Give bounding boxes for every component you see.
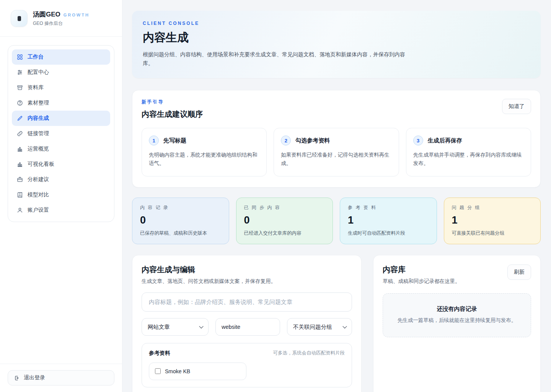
sidebar-item-label: 模型对比 xyxy=(28,191,49,198)
library-title: 内容库 xyxy=(383,265,460,275)
sidebar-item-visual-dashboard[interactable]: 可视化看板 xyxy=(12,157,110,172)
content-type-select[interactable]: 网站文章 xyxy=(142,318,209,336)
user-icon xyxy=(16,207,23,214)
sidebar-item-config-center[interactable]: 配置中心 xyxy=(12,65,110,80)
guide-dismiss-button[interactable]: 知道了 xyxy=(502,99,531,114)
stat-value: 0 xyxy=(244,214,325,226)
step-title: 勾选参考资料 xyxy=(295,137,330,144)
briefcase-icon xyxy=(16,176,23,183)
stat-card-question-groups: 问 题 分 组 1 可直接关联已有问题分组 xyxy=(444,198,541,244)
brand-name: 汤圆GEO xyxy=(33,10,60,19)
step-description: 如果资料库已经准备好，记得勾选相关资料再生成。 xyxy=(281,151,391,168)
onboarding-guide: 新手引导 内容生成建议顺序 知道了 1 先写标题 先明确内容主题，系统才能更准确… xyxy=(132,90,541,188)
question-group-select[interactable]: 不关联问题分组 xyxy=(287,318,352,336)
logout-button[interactable]: 退出登录 xyxy=(8,370,114,385)
stat-description: 生成时可自动匹配资料片段 xyxy=(348,230,429,237)
stat-card-content-records: 内 容 记 录 0 已保存的草稿、成稿和历史版本 xyxy=(132,198,229,244)
guide-step-1: 1 先写标题 先明确内容主题，系统才能更准确地组织结构和语气。 xyxy=(142,128,267,176)
sidebar-item-label: 运营概览 xyxy=(28,145,49,152)
guide-eyebrow: 新手引导 xyxy=(142,99,203,105)
sidebar-item-workbench[interactable]: 工作台 xyxy=(12,49,110,65)
page-title: 内容生成 xyxy=(143,30,530,46)
pencil-icon xyxy=(16,115,23,122)
link-icon xyxy=(16,131,23,137)
generator-subtitle: 生成文章、落地页、问答文档或新媒体文案，并保存复用。 xyxy=(142,278,352,285)
generator-title: 内容生成与编辑 xyxy=(142,265,352,275)
guide-title: 内容生成建议顺序 xyxy=(142,109,203,119)
sidebar-item-model-comparison[interactable]: 模型对比 xyxy=(12,187,110,203)
reference-option-smoke-kb[interactable]: Smoke KB xyxy=(149,363,246,380)
brand-tag: GROWTH xyxy=(64,13,90,17)
sidebar-footer: 退出登录 xyxy=(0,364,122,392)
step-number-badge: 1 xyxy=(149,136,159,145)
page-header: CLIENT CONSOLE 内容生成 根据问题分组、内容结构、使用场景和补充要… xyxy=(132,11,541,78)
reference-materials-box: 参考资料 可多选，系统会自动匹配资料片段 Smoke KB xyxy=(142,343,352,387)
guide-step-2: 2 勾选参考资料 如果资料库已经准备好，记得勾选相关资料再生成。 xyxy=(274,128,399,176)
step-description: 先明确内容主题，系统才能更准确地组织结构和语气。 xyxy=(149,151,259,168)
step-description: 先生成草稿并手动调整，再保存到内容库或继续发布。 xyxy=(413,151,524,168)
step-number-badge: 2 xyxy=(281,136,291,145)
content-title-input[interactable] xyxy=(142,292,352,312)
reference-materials-label: 参考资料 xyxy=(149,350,170,357)
stat-label: 问 题 分 组 xyxy=(452,204,533,211)
library-empty-state: 还没有内容记录 先生成一篇草稿，后续就能在这里持续复用与发布。 xyxy=(383,293,531,337)
question-group-select-wrap: 不关联问题分组 xyxy=(287,318,352,336)
content-type-select-wrap: 网站文章 xyxy=(142,318,209,336)
stat-description: 已保存的草稿、成稿和历史版本 xyxy=(140,230,221,237)
sidebar: 汤圆GEO GROWTH GEO 操作后台 工作台 配置中心 资料库 xyxy=(0,0,122,392)
sidebar-item-label: 可视化看板 xyxy=(28,161,54,168)
sidebar-item-label: 工作台 xyxy=(28,54,44,60)
sidebar-item-link-management[interactable]: 链接管理 xyxy=(12,126,110,141)
content-library-panel: 内容库 草稿、成稿和同步记录都在这里。 刷新 还没有内容记录 先生成一篇草稿，后… xyxy=(373,255,541,392)
empty-state-description: 先生成一篇草稿，后续就能在这里持续复用与发布。 xyxy=(391,317,523,324)
content-generator-panel: 内容生成与编辑 生成文章、落地页、问答文档或新媒体文案，并保存复用。 网站文章 … xyxy=(132,255,362,392)
sidebar-item-content-generation[interactable]: 内容生成 xyxy=(12,111,110,126)
step-number-badge: 3 xyxy=(413,136,423,145)
stat-value: 0 xyxy=(140,214,221,226)
content-columns: 内容生成与编辑 生成文章、落地页、问答文档或新媒体文案，并保存复用。 网站文章 … xyxy=(132,255,541,392)
stat-description: 可直接关联已有问题分组 xyxy=(452,230,533,237)
reference-materials-hint: 可多选，系统会自动匹配资料片段 xyxy=(273,350,345,356)
main-content: CLIENT CONSOLE 内容生成 根据问题分组、内容结构、使用场景和补充要… xyxy=(122,0,551,392)
stat-description: 已经进入交付文章库的内容 xyxy=(244,230,325,237)
logout-label: 退出登录 xyxy=(24,374,45,381)
refresh-button[interactable]: 刷新 xyxy=(507,265,531,280)
sidebar-item-material-sorting[interactable]: 素材整理 xyxy=(12,95,110,111)
stat-value: 1 xyxy=(452,214,533,226)
channel-input[interactable] xyxy=(215,318,280,336)
sidebar-item-label: 素材整理 xyxy=(28,100,49,106)
sidebar-item-label: 资料库 xyxy=(28,84,44,91)
brand-subtitle: GEO 操作后台 xyxy=(33,20,90,27)
brand-logo-icon xyxy=(18,16,21,21)
sidebar-item-label: 分析建议 xyxy=(28,176,49,183)
sidebar-item-operations-overview[interactable]: 运营概览 xyxy=(12,141,110,157)
stat-card-reference-materials: 参 考 资 料 1 生成时可自动匹配资料片段 xyxy=(340,198,437,244)
step-title: 生成后再保存 xyxy=(428,137,462,144)
bar-chart-icon xyxy=(16,146,23,152)
sidebar-item-label: 内容生成 xyxy=(28,115,49,122)
reference-checkbox[interactable] xyxy=(155,368,161,374)
sidebar-item-label: 账户设置 xyxy=(28,207,49,214)
page-description: 根据问题分组、内容结构、使用场景和补充要求生成文章、常见问题文档、落地页和新媒体… xyxy=(143,50,411,68)
stat-value: 1 xyxy=(348,214,429,226)
header-eyebrow: CLIENT CONSOLE xyxy=(143,21,530,26)
step-title: 先写标题 xyxy=(163,137,186,144)
archive-icon xyxy=(16,85,23,91)
stat-label: 已 同 步 内 容 xyxy=(244,204,325,211)
stat-label: 参 考 资 料 xyxy=(348,204,429,211)
guide-step-3: 3 生成后再保存 先生成草稿并手动调整，再保存到内容库或继续发布。 xyxy=(406,128,531,176)
library-subtitle: 草稿、成稿和同步记录都在这里。 xyxy=(383,278,460,285)
brand-logo xyxy=(11,10,28,27)
stat-card-synced-content: 已 同 步 内 容 0 已经进入交付文章库的内容 xyxy=(236,198,333,244)
dashboard-icon xyxy=(16,54,23,60)
sidebar-item-label: 链接管理 xyxy=(28,130,49,137)
stats-row: 内 容 记 录 0 已保存的草稿、成稿和历史版本 已 同 步 内 容 0 已经进… xyxy=(132,198,541,244)
help-circle-icon xyxy=(16,100,23,106)
logout-icon xyxy=(14,375,20,381)
sidebar-item-label: 配置中心 xyxy=(28,69,49,76)
sidebar-item-analysis-suggestions[interactable]: 分析建议 xyxy=(12,172,110,187)
sidebar-item-knowledge-base[interactable]: 资料库 xyxy=(12,80,110,95)
bar-chart-icon xyxy=(16,161,23,168)
reference-option-label: Smoke KB xyxy=(165,368,190,374)
sidebar-item-account-settings[interactable]: 账户设置 xyxy=(12,203,110,218)
